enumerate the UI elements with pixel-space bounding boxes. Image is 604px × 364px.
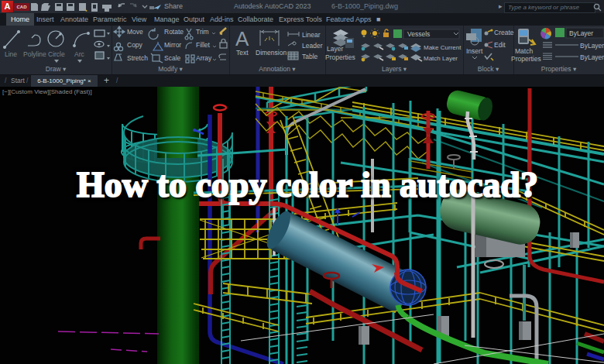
svg-text:Create: Create: [494, 29, 514, 36]
svg-text:Leader: Leader: [302, 42, 323, 50]
svg-text:Text: Text: [236, 49, 249, 57]
svg-text:ByLayer: ByLayer: [580, 42, 604, 50]
svg-text:Rotate: Rotate: [164, 28, 184, 36]
svg-text:Line: Line: [5, 50, 17, 58]
svg-text:Make Current: Make Current: [424, 44, 462, 51]
svg-text:Properties: Properties: [325, 53, 355, 61]
svg-text:Properties: Properties: [511, 55, 541, 63]
svg-text:Table: Table: [302, 53, 318, 60]
svg-text:Stretch: Stretch: [127, 54, 148, 62]
svg-text:Match: Match: [515, 47, 533, 55]
svg-text:Fillet: Fillet: [196, 41, 211, 49]
svg-text:A: A: [235, 27, 249, 50]
svg-text:ByLayer: ByLayer: [569, 29, 593, 37]
svg-text:Insert: Insert: [466, 47, 483, 55]
svg-text:Move: Move: [127, 28, 143, 36]
svg-text:ByLayer: ByLayer: [580, 53, 604, 61]
svg-text:Circle: Circle: [48, 50, 65, 58]
svg-text:Array: Array: [196, 54, 212, 62]
svg-text:Mirror: Mirror: [164, 41, 181, 49]
svg-text:Edit: Edit: [494, 41, 506, 49]
svg-text:Match Layer: Match Layer: [424, 55, 458, 62]
svg-text:Scale: Scale: [164, 54, 181, 62]
svg-text:Copy: Copy: [127, 41, 143, 49]
svg-text:Polyline: Polyline: [23, 50, 46, 58]
svg-text:Dimension: Dimension: [256, 49, 287, 57]
svg-text:Layer: Layer: [327, 45, 343, 53]
svg-text:Vessels: Vessels: [407, 30, 430, 38]
svg-text:Arc: Arc: [74, 50, 85, 58]
svg-text:Trim: Trim: [196, 28, 209, 36]
svg-text:Linear: Linear: [302, 31, 321, 39]
